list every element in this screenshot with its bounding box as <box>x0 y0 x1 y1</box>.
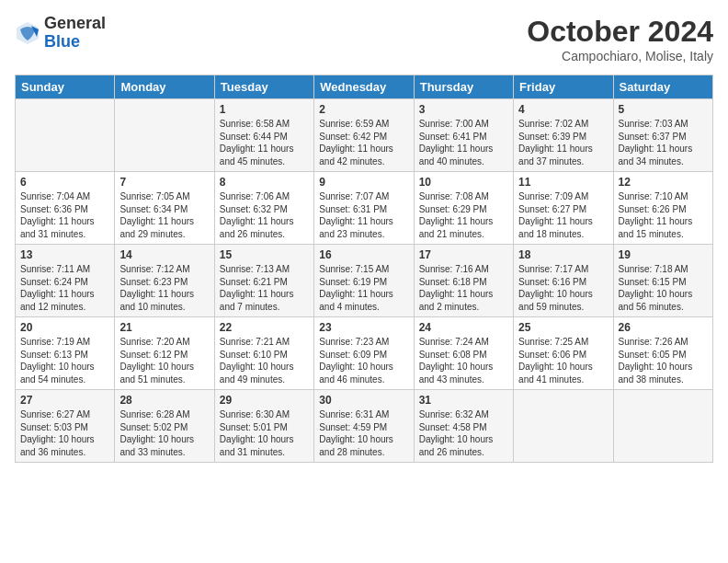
calendar-cell: 16Sunrise: 7:15 AM Sunset: 6:19 PM Dayli… <box>314 245 414 317</box>
day-content: Sunrise: 7:10 AM Sunset: 6:26 PM Dayligh… <box>619 190 708 240</box>
day-content: Sunrise: 7:11 AM Sunset: 6:24 PM Dayligh… <box>20 263 109 313</box>
calendar-cell: 4Sunrise: 7:02 AM Sunset: 6:39 PM Daylig… <box>514 99 613 172</box>
calendar-cell: 10Sunrise: 7:08 AM Sunset: 6:29 PM Dayli… <box>414 172 513 245</box>
day-number: 14 <box>119 248 209 261</box>
day-number: 11 <box>518 176 608 189</box>
day-number: 6 <box>20 176 109 189</box>
day-content: Sunrise: 7:18 AM Sunset: 6:15 PM Dayligh… <box>619 263 708 313</box>
calendar-cell: 23Sunrise: 7:23 AM Sunset: 6:09 PM Dayli… <box>314 317 414 390</box>
day-number: 27 <box>20 394 109 407</box>
day-number: 10 <box>419 176 508 189</box>
day-number: 26 <box>619 321 708 334</box>
calendar-cell: 17Sunrise: 7:16 AM Sunset: 6:18 PM Dayli… <box>414 245 513 317</box>
day-content: Sunrise: 6:30 AM Sunset: 5:01 PM Dayligh… <box>220 408 309 458</box>
weekday-header: Saturday <box>613 75 712 99</box>
calendar-cell: 5Sunrise: 7:03 AM Sunset: 6:37 PM Daylig… <box>613 99 712 172</box>
day-content: Sunrise: 6:31 AM Sunset: 4:59 PM Dayligh… <box>319 408 408 458</box>
calendar-cell: 26Sunrise: 7:26 AM Sunset: 6:05 PM Dayli… <box>613 317 712 390</box>
day-number: 4 <box>518 103 608 116</box>
day-number: 5 <box>619 103 708 116</box>
day-content: Sunrise: 7:12 AM Sunset: 6:23 PM Dayligh… <box>119 263 209 313</box>
day-content: Sunrise: 7:07 AM Sunset: 6:31 PM Dayligh… <box>319 190 408 240</box>
calendar-cell: 6Sunrise: 7:04 AM Sunset: 6:36 PM Daylig… <box>16 172 115 245</box>
calendar-week-row: 27Sunrise: 6:27 AM Sunset: 5:03 PM Dayli… <box>16 390 713 463</box>
calendar-week-row: 20Sunrise: 7:19 AM Sunset: 6:13 PM Dayli… <box>16 317 713 390</box>
calendar-cell: 3Sunrise: 7:00 AM Sunset: 6:41 PM Daylig… <box>414 99 513 172</box>
day-number: 2 <box>319 103 408 116</box>
day-content: Sunrise: 7:08 AM Sunset: 6:29 PM Dayligh… <box>419 190 508 240</box>
calendar-cell: 31Sunrise: 6:32 AM Sunset: 4:58 PM Dayli… <box>414 390 513 463</box>
day-number: 12 <box>619 176 708 189</box>
day-number: 16 <box>319 248 408 261</box>
calendar-table: SundayMondayTuesdayWednesdayThursdayFrid… <box>15 75 713 463</box>
day-content: Sunrise: 7:03 AM Sunset: 6:37 PM Dayligh… <box>619 118 708 167</box>
day-content: Sunrise: 7:04 AM Sunset: 6:36 PM Dayligh… <box>20 190 109 240</box>
day-number: 23 <box>319 321 408 334</box>
calendar-cell: 21Sunrise: 7:20 AM Sunset: 6:12 PM Dayli… <box>115 317 214 390</box>
day-content: Sunrise: 6:58 AM Sunset: 6:44 PM Dayligh… <box>220 118 309 167</box>
calendar-cell <box>115 99 214 172</box>
day-content: Sunrise: 6:32 AM Sunset: 4:58 PM Dayligh… <box>419 408 508 458</box>
day-content: Sunrise: 7:09 AM Sunset: 6:27 PM Dayligh… <box>518 190 608 240</box>
calendar-cell: 28Sunrise: 6:28 AM Sunset: 5:02 PM Dayli… <box>115 390 214 463</box>
calendar-cell: 24Sunrise: 7:24 AM Sunset: 6:08 PM Dayli… <box>414 317 513 390</box>
weekday-header: Tuesday <box>214 75 313 99</box>
day-number: 3 <box>419 103 508 116</box>
calendar-cell: 13Sunrise: 7:11 AM Sunset: 6:24 PM Dayli… <box>16 245 115 317</box>
day-content: Sunrise: 6:27 AM Sunset: 5:03 PM Dayligh… <box>20 408 109 458</box>
day-number: 7 <box>119 176 209 189</box>
day-content: Sunrise: 6:28 AM Sunset: 5:02 PM Dayligh… <box>119 408 209 458</box>
calendar-cell: 18Sunrise: 7:17 AM Sunset: 6:16 PM Dayli… <box>514 245 613 317</box>
calendar-cell: 30Sunrise: 6:31 AM Sunset: 4:59 PM Dayli… <box>314 390 414 463</box>
day-number: 19 <box>619 248 708 261</box>
logo-line1: General <box>44 15 106 33</box>
calendar-cell: 19Sunrise: 7:18 AM Sunset: 6:15 PM Dayli… <box>613 245 712 317</box>
calendar-week-row: 6Sunrise: 7:04 AM Sunset: 6:36 PM Daylig… <box>16 172 713 245</box>
day-number: 17 <box>419 248 508 261</box>
day-number: 22 <box>220 321 309 334</box>
day-number: 25 <box>518 321 608 334</box>
calendar-cell <box>514 390 613 463</box>
day-content: Sunrise: 7:23 AM Sunset: 6:09 PM Dayligh… <box>319 336 408 385</box>
day-content: Sunrise: 7:15 AM Sunset: 6:19 PM Dayligh… <box>319 263 408 313</box>
day-content: Sunrise: 7:17 AM Sunset: 6:16 PM Dayligh… <box>518 263 608 313</box>
logo-line2: Blue <box>44 33 106 52</box>
day-number: 13 <box>20 248 109 261</box>
calendar-cell: 20Sunrise: 7:19 AM Sunset: 6:13 PM Dayli… <box>16 317 115 390</box>
calendar-cell: 29Sunrise: 6:30 AM Sunset: 5:01 PM Dayli… <box>214 390 313 463</box>
weekday-header: Friday <box>514 75 613 99</box>
calendar-cell: 27Sunrise: 6:27 AM Sunset: 5:03 PM Dayli… <box>16 390 115 463</box>
page-header: General Blue October 2024 Campochiaro, M… <box>15 15 713 63</box>
day-number: 15 <box>220 248 309 261</box>
day-number: 31 <box>419 394 508 407</box>
day-number: 30 <box>319 394 408 407</box>
day-number: 8 <box>220 176 309 189</box>
weekday-header: Sunday <box>16 75 115 99</box>
weekday-header: Wednesday <box>314 75 414 99</box>
day-content: Sunrise: 7:00 AM Sunset: 6:41 PM Dayligh… <box>419 118 508 167</box>
calendar-cell: 9Sunrise: 7:07 AM Sunset: 6:31 PM Daylig… <box>314 172 414 245</box>
day-number: 28 <box>119 394 209 407</box>
day-content: Sunrise: 7:13 AM Sunset: 6:21 PM Dayligh… <box>220 263 309 313</box>
location-subtitle: Campochiaro, Molise, Italy <box>527 49 713 63</box>
logo-text: General Blue <box>44 15 106 52</box>
weekday-header: Thursday <box>414 75 513 99</box>
calendar-cell: 1Sunrise: 6:58 AM Sunset: 6:44 PM Daylig… <box>214 99 313 172</box>
calendar-cell: 8Sunrise: 7:06 AM Sunset: 6:32 PM Daylig… <box>214 172 313 245</box>
month-title: October 2024 <box>527 15 713 49</box>
day-content: Sunrise: 7:25 AM Sunset: 6:06 PM Dayligh… <box>518 336 608 385</box>
day-number: 21 <box>119 321 209 334</box>
calendar-cell: 22Sunrise: 7:21 AM Sunset: 6:10 PM Dayli… <box>214 317 313 390</box>
calendar-cell <box>613 390 712 463</box>
day-content: Sunrise: 7:24 AM Sunset: 6:08 PM Dayligh… <box>419 336 508 385</box>
weekday-header: Monday <box>115 75 214 99</box>
day-content: Sunrise: 7:19 AM Sunset: 6:13 PM Dayligh… <box>20 336 109 385</box>
logo-icon <box>15 20 40 46</box>
calendar-week-row: 13Sunrise: 7:11 AM Sunset: 6:24 PM Dayli… <box>16 245 713 317</box>
calendar-header-row: SundayMondayTuesdayWednesdayThursdayFrid… <box>16 75 713 99</box>
day-number: 18 <box>518 248 608 261</box>
day-content: Sunrise: 7:05 AM Sunset: 6:34 PM Dayligh… <box>119 190 209 240</box>
day-content: Sunrise: 6:59 AM Sunset: 6:42 PM Dayligh… <box>319 118 408 167</box>
calendar-cell: 11Sunrise: 7:09 AM Sunset: 6:27 PM Dayli… <box>514 172 613 245</box>
day-content: Sunrise: 7:21 AM Sunset: 6:10 PM Dayligh… <box>220 336 309 385</box>
